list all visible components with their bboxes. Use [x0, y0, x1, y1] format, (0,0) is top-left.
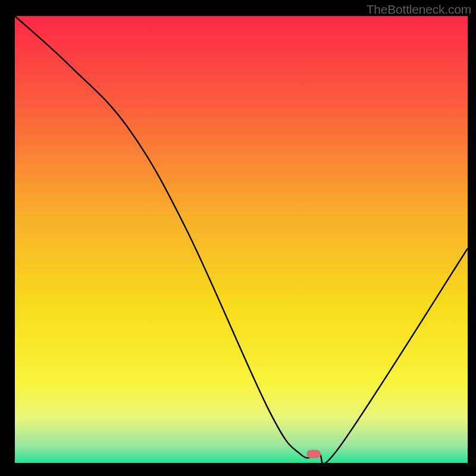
optimal-marker	[306, 450, 321, 458]
plot-background	[15, 16, 468, 463]
bottleneck-chart	[0, 0, 476, 476]
watermark-text: TheBottleneck.com	[367, 2, 471, 17]
chart-container: TheBottleneck.com	[0, 0, 476, 476]
